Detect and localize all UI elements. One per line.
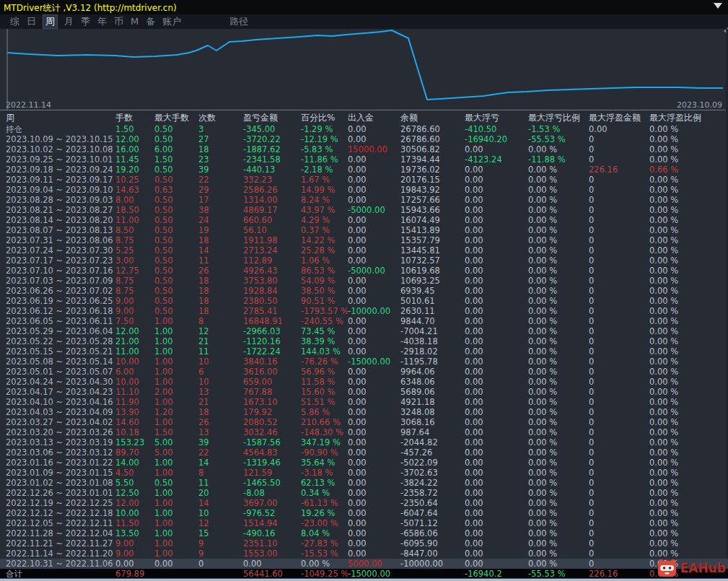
table-row[interactable]: 2023.08.07 ~ 2023.08.138.500.501956.100.… — [0, 225, 728, 235]
menu-item-7[interactable]: M — [131, 15, 139, 28]
cell: 9 — [198, 538, 243, 549]
cell: 0.00 % — [649, 296, 722, 306]
cell: 0 — [589, 549, 649, 559]
table-row[interactable]: 2023.05.22 ~ 2023.05.2821.001.0021-1120.… — [0, 336, 728, 346]
menu-item-0[interactable]: 综 — [10, 15, 19, 28]
cell: 0 — [589, 447, 649, 458]
menu-item-1[interactable]: 日 — [27, 15, 36, 28]
table-row[interactable]: 2023.01.02 ~ 2023.01.085.500.5011-1465.5… — [0, 478, 728, 488]
table-row[interactable]: 2022.11.21 ~ 2022.11.279.001.0092351.10-… — [0, 538, 728, 549]
table-row[interactable]: 2022.12.19 ~ 2022.12.2512.001.00143697.0… — [0, 498, 728, 508]
table-row[interactable]: 2023.07.24 ~ 2023.07.305.250.50142713.24… — [0, 245, 728, 255]
table-row[interactable]: 2023.09.11 ~ 2023.09.1710.250.5022332.23… — [0, 175, 728, 185]
row-label: 2023.03.20 ~ 2023.03.26 — [0, 427, 115, 437]
table-row[interactable]: 2023.03.13 ~ 2023.03.19153.235.0039-1587… — [0, 437, 728, 447]
menu-item-path[interactable]: 路径 — [229, 15, 248, 28]
cell: 179.92 — [243, 407, 301, 417]
equity-line — [7, 30, 723, 100]
row-label: 2023.07.03 ~ 2023.07.09 — [0, 276, 115, 286]
table-row[interactable]: 2023.07.31 ~ 2023.08.068.750.50181911.98… — [0, 235, 728, 245]
table-row[interactable]: 2023.04.17 ~ 2023.04.2311.102.0013767.88… — [0, 387, 728, 397]
table-row[interactable]: 2022.12.12 ~ 2022.12.1810.001.0010-976.5… — [0, 508, 728, 518]
cell: 73.45 % — [301, 326, 348, 336]
table-row[interactable]: 2023.06.05 ~ 2023.06.117.501.00816848.91… — [0, 316, 728, 326]
menu-item-3[interactable]: 月 — [64, 15, 74, 28]
table-row[interactable]: 2023.04.24 ~ 2023.04.3010.001.0010659.00… — [0, 377, 728, 387]
table-row[interactable]: 2023.06.19 ~ 2023.06.259.000.50182380.50… — [0, 296, 728, 306]
table-row[interactable]: 2023.04.03 ~ 2023.04.0913.901.2018179.92… — [0, 407, 728, 417]
table-row[interactable]: 2023.03.27 ~ 2023.04.0214.601.00262080.5… — [0, 417, 728, 427]
eahub-watermark: EAHub — [657, 559, 726, 577]
cell: -1120.16 — [243, 336, 301, 346]
table-row[interactable]: 2023.08.28 ~ 2023.09.038.000.50171314.00… — [0, 195, 728, 205]
menu-item-4[interactable]: 季 — [81, 15, 90, 28]
table-row[interactable]: 2023.01.16 ~ 2023.01.2214.001.0014-1319.… — [0, 458, 728, 468]
table-row[interactable]: 2023.08.21 ~ 2023.08.2718.500.50384869.1… — [0, 205, 728, 215]
table-row[interactable]: 2023.09.18 ~ 2023.09.2419.200.5039-440.1… — [0, 165, 728, 175]
table-row[interactable]: 2023.05.15 ~ 2023.05.2111.001.0011-1722.… — [0, 346, 728, 357]
cell: 86.53 % — [301, 266, 348, 276]
cell: 4564.83 — [243, 447, 301, 458]
cell: 0.00 — [348, 417, 400, 427]
table-row[interactable]: 2022.12.05 ~ 2022.12.1111.501.00121514.9… — [0, 518, 728, 528]
table-row[interactable]: 2022.11.28 ~ 2022.12.0413.501.0015-490.1… — [0, 528, 728, 538]
cell: -6047.64 — [400, 508, 465, 518]
cell: 0.00 % — [528, 235, 589, 245]
table-row[interactable]: 2023.05.01 ~ 2023.05.076.001.0063616.005… — [0, 367, 728, 377]
cell: 0.00 % — [649, 235, 722, 245]
table-row[interactable]: 2023.09.04 ~ 2023.09.1014.630.63292586.2… — [0, 185, 728, 195]
table-row[interactable]: 2023.07.03 ~ 2023.07.098.750.50183753.80… — [0, 276, 728, 286]
menu-item-8[interactable]: 备 — [146, 15, 155, 28]
menu-item-2[interactable]: 周 — [43, 15, 57, 28]
table-row[interactable]: 2023.07.10 ~ 2023.07.1612.750.50264926.4… — [0, 266, 728, 276]
table-row[interactable]: 2023.01.09 ~ 2023.01.154.501.008121.59-3… — [0, 468, 728, 478]
cell: 0.00 — [348, 447, 400, 458]
table-row[interactable]: 2022.11.14 ~ 2022.11.209.001.0091553.00-… — [0, 549, 728, 559]
cell: 21.00 — [115, 336, 154, 346]
cell: 1.67 % — [301, 175, 348, 185]
cell: -6095.90 — [400, 538, 465, 549]
cell: 18 — [198, 407, 243, 417]
table-row[interactable]: 2023.05.29 ~ 2023.06.0412.001.0012-2966.… — [0, 326, 728, 336]
caret-down-icon[interactable] — [714, 3, 722, 9]
cell: 0.50 — [154, 205, 198, 215]
table-row[interactable]: 2023.04.10 ~ 2023.04.1611.901.00211673.1… — [0, 397, 728, 407]
equity-chart[interactable]: 2022.11.14 2023.10.09 — [0, 29, 728, 110]
cell: 0 — [589, 528, 649, 538]
table-row[interactable]: 2023.07.17 ~ 2023.07.233.000.5011112.891… — [0, 255, 728, 266]
table-row[interactable]: 2023.03.20 ~ 2023.03.2610.181.50133032.4… — [0, 427, 728, 437]
cell: 659.00 — [243, 377, 301, 387]
cell: 15.60 % — [301, 387, 348, 397]
table-row[interactable]: 2022.12.26 ~ 2023.01.0112.501.0020-8.080… — [0, 488, 728, 498]
table-row[interactable]: 2022.10.31 ~ 2022.11.060.000.0000.000.00… — [0, 559, 728, 569]
cell: 0.00 — [348, 458, 400, 468]
cell: 0.00 % — [649, 538, 722, 549]
column-header: 余额 — [400, 112, 465, 124]
table-row[interactable]: 2023.06.12 ~ 2023.06.189.000.50182785.41… — [0, 306, 728, 316]
table-row[interactable]: 2023.06.26 ~ 2023.07.028.750.50181928.84… — [0, 286, 728, 296]
row-label: 2023.10.02 ~ 2023.10.08 — [0, 144, 115, 154]
cell: 0.00 % — [528, 549, 589, 559]
cell: 0.00 — [348, 538, 400, 549]
cell: -8447.00 — [400, 549, 465, 559]
cell: 0.50 — [154, 266, 198, 276]
cell: 0.66 % — [649, 165, 722, 175]
table-row[interactable]: 持仓1.500.503-345.00-1.29 %0.0026786.60-41… — [0, 124, 728, 134]
horizontal-scrollbar[interactable] — [0, 578, 728, 581]
menu-item-9[interactable]: 账户 — [162, 15, 181, 28]
table-row[interactable]: 2023.03.06 ~ 2023.03.1289.705.00224564.8… — [0, 447, 728, 458]
cell: 0.00 % — [649, 417, 722, 427]
menu-item-6[interactable]: 币 — [114, 15, 123, 28]
cell: 56.10 — [243, 225, 301, 235]
table-row[interactable]: 2023.05.08 ~ 2023.05.1410.001.00103840.1… — [0, 357, 728, 367]
cell: 16.00 — [115, 144, 154, 154]
table-row[interactable]: 2023.10.09 ~ 2023.10.1512.000.5027-3720.… — [0, 134, 728, 144]
cell: -27.83 % — [301, 538, 348, 549]
table-row[interactable]: 2023.08.14 ~ 2023.08.2011.000.5024660.60… — [0, 215, 728, 225]
menu-item-5[interactable]: 年 — [97, 15, 107, 28]
cell: 0.00 — [465, 498, 528, 508]
table-row[interactable]: 2023.10.02 ~ 2023.10.0816.006.0018-1887.… — [0, 144, 728, 154]
table-row[interactable]: 2023.09.25 ~ 2023.10.0111.451.5023-2341.… — [0, 154, 728, 165]
cell: 3032.46 — [243, 427, 301, 437]
cell: 0.50 — [154, 306, 198, 316]
